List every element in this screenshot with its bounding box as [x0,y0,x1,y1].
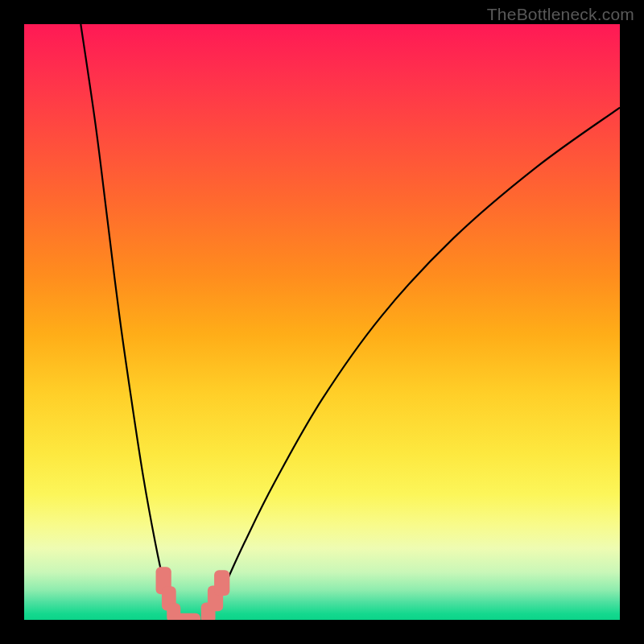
plot-area [24,24,620,620]
watermark-text: TheBottleneck.com [487,5,634,24]
plot-background-gradient [24,24,620,620]
